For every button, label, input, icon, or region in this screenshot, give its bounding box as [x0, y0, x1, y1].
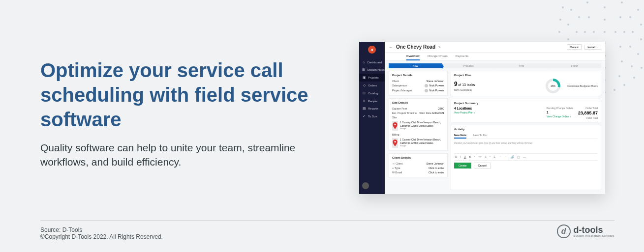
back-icon[interactable]: ← [389, 45, 393, 50]
quote-icon[interactable]: ❝ [474, 155, 475, 159]
step-finish[interactable]: Finish [548, 63, 601, 68]
more-button[interactable]: More ▾ [567, 44, 582, 50]
activity-tab-new-to-do[interactable]: New To Do [473, 133, 487, 139]
source-text: Source: D-Tools [40, 226, 614, 233]
order-total-value: 23,885.87 [578, 111, 598, 115]
view-change-orders-link[interactable]: View Change Orders › [547, 115, 573, 118]
map-provider: Google [400, 127, 444, 130]
client-row[interactable]: ✉ EmailClick to enter [392, 170, 444, 174]
svg-point-20 [641, 67, 643, 69]
italic-icon[interactable]: I [460, 155, 461, 159]
app-logo[interactable]: d [368, 46, 376, 54]
map-pin-icon [392, 121, 398, 131]
nav-icon: ⊞ [362, 68, 365, 72]
svg-point-22 [633, 77, 635, 79]
svg-point-26 [613, 89, 615, 91]
ring-value: 28% [548, 81, 558, 91]
progress-ring: 28% [546, 79, 560, 93]
align-left-icon[interactable]: ≡ [485, 155, 487, 159]
sidebar-label: To Dos [368, 115, 377, 118]
client-row[interactable]: ⌂ TypeClick to enter [392, 166, 444, 170]
client-row[interactable]: ☺ ClientSteve Johnson [392, 161, 444, 166]
editor-toolbar: B I U S̶ ❝ <> ≡ • 1. → ← 🔗 ▢ ⋯ [454, 153, 598, 161]
activity-card: Activity New NoteNew To Do Mention your … [451, 125, 601, 190]
tab-change-orders[interactable]: Change Orders [428, 53, 448, 60]
main-tabs: OverviewChange OrdersPayments [385, 53, 605, 61]
svg-point-60 [619, 16, 621, 18]
start-date: 6/30/2021 [432, 112, 444, 114]
sidebar-label: Orders [368, 84, 377, 87]
indent-icon[interactable]: → [499, 155, 502, 159]
card-title: Project Details [392, 74, 444, 77]
stepper: NewPresalesTrimFinish [389, 63, 601, 68]
cancel-button[interactable]: Cancel [474, 163, 491, 168]
svg-point-49 [578, 16, 580, 18]
link-icon[interactable]: 🔗 [511, 155, 514, 159]
step-trim[interactable]: Trim [495, 63, 548, 68]
svg-point-68 [614, 31, 616, 33]
list-ol-icon[interactable]: 1. [493, 155, 496, 159]
edit-icon[interactable]: ✎ [438, 45, 441, 49]
more-icon[interactable]: ⋯ [523, 155, 526, 159]
install-button[interactable]: Install… [584, 45, 601, 50]
image-icon[interactable]: ▢ [517, 155, 520, 159]
svg-point-62 [623, 31, 625, 33]
sidebar-item-people[interactable]: ☺People [359, 97, 385, 105]
pco-count: 1 [547, 111, 573, 114]
sidebar-item-projects[interactable]: ▣Projects [359, 74, 385, 82]
step-presales[interactable]: Presales [442, 63, 495, 68]
client-details-card: Client Details ☺ ClientSteve Johnson⌂ Ty… [389, 153, 448, 177]
underline-icon[interactable]: U [464, 155, 466, 159]
sidebar-label: Dashboard [368, 61, 382, 64]
sidebar-item-dashboard[interactable]: ⌂Dashboard [359, 58, 385, 66]
card-title: Project Plan [454, 74, 598, 77]
activity-tab-new-note[interactable]: New Note [454, 133, 466, 139]
card-title: Site Details [392, 101, 444, 104]
svg-point-71 [394, 124, 396, 125]
note-input[interactable]: Mention your teammates (just type @ and … [454, 140, 598, 153]
code-icon[interactable]: <> [478, 155, 482, 159]
svg-point-37 [567, 38, 569, 40]
svg-point-54 [629, 46, 631, 48]
strike-icon[interactable]: S̶ [469, 155, 471, 159]
svg-point-50 [629, 16, 631, 18]
nav-icon: ✓ [362, 114, 366, 118]
svg-point-72 [394, 141, 396, 142]
sidebar-item-catalog[interactable]: ⊟Catalog [359, 89, 385, 97]
sidebar-label: Projects [368, 76, 379, 79]
card-title: Project Summary [454, 102, 598, 105]
sidebar: d ⌂Dashboard⊞Opportunities▣Projects◇Orde… [359, 42, 385, 194]
bold-icon[interactable]: B [455, 155, 457, 159]
tasks-total: of 13 tasks [458, 83, 475, 86]
billing-label: Billing [392, 133, 399, 136]
hero-title: Optimize your service call scheduling wi… [40, 58, 326, 132]
svg-point-9 [562, 6, 564, 8]
user-avatar[interactable] [362, 182, 369, 189]
tab-overview[interactable]: Overview [406, 53, 420, 60]
footer: Source: D-Tools ©Copyright D-Tools 2022.… [40, 220, 614, 240]
project-plan-card: Project Plan 9 of 13 tasks 69% Complete … [451, 71, 601, 96]
step-new[interactable]: New [389, 63, 442, 68]
svg-point-58 [604, 6, 606, 8]
field-icon: ⌂ [392, 167, 394, 169]
svg-point-24 [623, 84, 625, 86]
nav-icon: ⌂ [362, 60, 366, 64]
view-plan-link[interactable]: View Project Plan › [454, 111, 475, 114]
nav-icon: ◇ [362, 84, 366, 87]
sidebar-item-opportunities[interactable]: ⊞Opportunities [359, 66, 385, 74]
svg-point-35 [567, 24, 569, 26]
nav-icon: ⊟ [362, 91, 366, 95]
billing-address: 1 Country Club Drive Newport Beach, Cali… [400, 138, 444, 144]
svg-point-64 [619, 46, 621, 48]
sidebar-item-orders[interactable]: ◇Orders [359, 82, 385, 89]
list-ul-icon[interactable]: • [490, 155, 491, 159]
svg-point-33 [570, 9, 572, 11]
tab-payments[interactable]: Payments [456, 53, 469, 60]
outdent-icon[interactable]: ← [505, 155, 508, 159]
app-screenshot: d ⌂Dashboard⊞Opportunities▣Projects◇Orde… [359, 42, 605, 194]
nav-icon: ▤ [362, 107, 366, 111]
sidebar-item-to-dos[interactable]: ✓To Dos [359, 112, 385, 120]
hero-section: Optimize your service call scheduling wi… [40, 58, 326, 169]
create-button[interactable]: Create [454, 163, 471, 168]
sidebar-item-reports[interactable]: ▤Reports [359, 105, 385, 112]
